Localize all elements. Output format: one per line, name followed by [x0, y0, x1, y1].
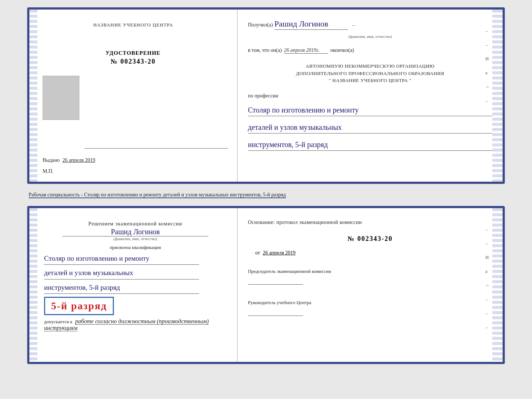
- completion-date: 26 апреля 2019г.: [284, 47, 328, 54]
- recipient-name-top: Рашид Логинов: [274, 19, 348, 30]
- prof-line3-top: инструментов, 5-й разряд: [248, 139, 492, 151]
- prof-line1-top: Столяр по изготовлению и ремонту: [248, 104, 492, 116]
- bottom-document: Решением экаменационной комиссии Рашид Л…: [27, 206, 505, 364]
- top-document: НАЗВАНИЕ УЧЕБНОГО ЦЕНТРА УДОСТОВЕРЕНИЕ №…: [27, 7, 505, 184]
- vydano-date: 26 апреля 2019: [62, 157, 95, 163]
- predsedatel-block: Председатель экаменационной комиссии: [248, 268, 492, 286]
- recipient-name-bottom: Рашид Логинов: [62, 228, 208, 236]
- vydano-label: Выдано: [43, 157, 60, 163]
- rukovoditel-signature: [248, 309, 303, 316]
- org-line3: " НАЗВАНИЕ УЧЕБНОГО ЦЕНТРА ": [248, 77, 492, 84]
- razryad-box: 5-й разряд: [44, 297, 114, 315]
- name-sublabel-top: (фамилия, имя, отчество): [248, 34, 492, 39]
- po-professii-label: по профессии: [248, 93, 492, 99]
- udost-number: № 002343-20: [111, 58, 156, 65]
- photo-placeholder: [43, 76, 79, 120]
- predsedatel-signature: [248, 278, 303, 285]
- name-sublabel-bottom: (фамилия, имя, отчество): [62, 236, 208, 241]
- osnovanie-title: Основание: протокол экаменационной комис…: [248, 218, 492, 226]
- razryad-big: 5-й разряд: [51, 300, 107, 311]
- ot-date-row: от 26 апреля 2019: [255, 250, 492, 256]
- vtom-label: в том, что он(а): [248, 47, 282, 53]
- poluchil-row: Получил(а) Рашид Логинов –: [248, 19, 492, 30]
- bottom-doc-left: Решением экаменационной комиссии Рашид Л…: [29, 208, 238, 362]
- poluchil-label: Получил(а): [248, 22, 273, 28]
- vydano-line: Выдано 26 апреля 2019: [43, 157, 95, 163]
- bottom-doc-right: Основание: протокол экаменационной комис…: [238, 208, 503, 362]
- udost-title: УДОСТОВЕРЕНИЕ: [106, 50, 161, 56]
- rukovoditel-block: Руководитель учебного Центра: [248, 299, 492, 318]
- dopuskaetsya-label: допускается к: [44, 319, 72, 324]
- org-line1: АВТОНОМНУЮ НЕКОММЕРЧЕСКУЮ ОРГАНИЗАЦИЮ: [248, 63, 492, 70]
- prof-line2-bottom: деталей и узлов музыкальных: [44, 267, 199, 279]
- prof-line2-top: деталей и узлов музыкальных: [248, 121, 492, 133]
- okonchil-label: окончил(а): [330, 47, 354, 53]
- prof-line3-bottom: инструментов, 5-й разряд: [44, 282, 199, 294]
- specialty-text: Рабочая специальность - Столяр по изгото…: [29, 192, 286, 198]
- mp-label: М.П.: [43, 168, 54, 174]
- vtom-row: в том, что он(а) 26 апреля 2019г. окончи…: [248, 47, 492, 54]
- top-doc-left: НАЗВАНИЕ УЧЕБНОГО ЦЕНТРА УДОСТОВЕРЕНИЕ №…: [29, 10, 238, 182]
- dopuskaetsya-row: допускается к работе согласно должностны…: [44, 318, 227, 331]
- dash1: –: [352, 22, 355, 28]
- org-block: АВТОНОМНУЮ НЕКОММЕРЧЕСКУЮ ОРГАНИЗАЦИЮ ДО…: [248, 63, 492, 84]
- ot-date: 26 апреля 2019: [263, 250, 295, 256]
- rukovoditel-label: Руководитель учебного Центра: [248, 299, 492, 306]
- prof-line1-bottom: Столяр по изготовлению и ремонту: [44, 253, 199, 265]
- prisvoena-label: присвоена квалификация: [44, 245, 227, 250]
- org-line2: ДОПОЛНИТЕЛЬНОГО ПРОФЕССИОНАЛЬНОГО ОБРАЗО…: [248, 70, 492, 77]
- predsedatel-label: Председатель экаменационной комиссии: [248, 268, 492, 275]
- ot-label: от: [255, 250, 260, 256]
- right-dashes-bottom: ––Иа←–––: [485, 227, 490, 330]
- protocol-number: № 002343-20: [248, 235, 492, 243]
- specialty-info: Рабочая специальность - Столяр по изгото…: [27, 190, 505, 200]
- right-dashes-top: ––Иа←–: [485, 28, 490, 104]
- resheniyem-title: Решением экаменационной комиссии: [44, 220, 227, 228]
- top-doc-right: Получил(а) Рашид Логинов – (фамилия, имя…: [238, 10, 503, 182]
- top-center-title: НАЗВАНИЕ УЧЕБНОГО ЦЕНТРА: [93, 22, 173, 28]
